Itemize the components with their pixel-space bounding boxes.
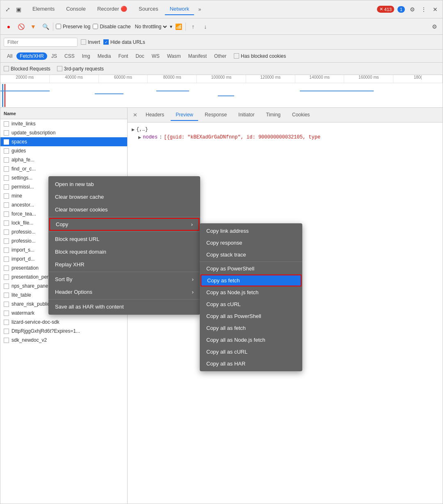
ctx-copy[interactable]: Copy › <box>49 218 199 231</box>
submenu-copy-link[interactable]: Copy link address <box>200 225 302 237</box>
type-btn-all[interactable]: All <box>4 52 16 60</box>
item-checkbox[interactable] <box>4 202 9 208</box>
detail-close-button[interactable]: ✕ <box>131 111 139 119</box>
ctx-block-domain[interactable]: Block request domain <box>48 245 200 258</box>
ctx-header-options[interactable]: Header Options › <box>48 286 200 298</box>
throttle-select[interactable]: No throttling <box>133 23 168 30</box>
network-item-invite-links[interactable]: invite_links <box>0 119 127 128</box>
tab-recorder[interactable]: Recorder 🔴 <box>92 3 132 15</box>
timeline-area[interactable] <box>0 83 443 108</box>
preserve-log-label[interactable]: Preserve log <box>56 24 90 30</box>
search-button[interactable]: 🔍 <box>41 22 50 32</box>
more-menu-icon[interactable]: ⋮ <box>420 5 428 14</box>
item-checkbox[interactable] <box>4 139 9 145</box>
item-checkbox[interactable] <box>4 175 9 181</box>
item-checkbox[interactable] <box>4 311 9 316</box>
blocked-requests-checkbox[interactable] <box>4 66 9 71</box>
preserve-log-checkbox[interactable] <box>56 24 61 29</box>
close-icon[interactable]: ✕ <box>431 5 439 14</box>
submenu-copy-response[interactable]: Copy response <box>200 237 302 249</box>
item-checkbox[interactable] <box>4 302 9 307</box>
third-party-label[interactable]: 3rd-party requests <box>57 66 104 72</box>
submenu-copy-nodejs-fetch[interactable]: Copy as Node.js fetch <box>200 286 302 298</box>
disable-cache-label[interactable]: Disable cache <box>93 24 130 30</box>
network-item-update-subscription[interactable]: update_subscription <box>0 128 127 137</box>
device-icon[interactable]: ▣ <box>14 5 23 14</box>
invert-checkbox[interactable] <box>81 39 86 45</box>
disable-cache-checkbox[interactable] <box>93 24 98 29</box>
submenu-copy-curl[interactable]: Copy as cURL <box>200 298 302 310</box>
upload-button[interactable]: ↑ <box>188 22 198 32</box>
network-item-find-or[interactable]: find_or_c... <box>0 164 127 173</box>
tab-console[interactable]: Console <box>61 3 91 15</box>
download-button[interactable]: ↓ <box>201 22 210 32</box>
json-expand-nodes[interactable]: ▶ <box>138 134 141 141</box>
item-checkbox[interactable] <box>4 148 9 154</box>
invert-label[interactable]: Invert <box>81 39 100 45</box>
json-expand-root[interactable]: ▶ <box>132 127 135 133</box>
ctx-save-har[interactable]: Save all as HAR with content <box>48 300 200 313</box>
tab-timing[interactable]: Timing <box>261 109 285 121</box>
submenu-copy-all-powershell[interactable]: Copy all as PowerShell <box>200 310 302 322</box>
settings-button[interactable]: ⚙ <box>429 22 439 32</box>
type-btn-media[interactable]: Media <box>94 52 114 60</box>
third-party-checkbox[interactable] <box>57 66 62 71</box>
type-btn-js[interactable]: JS <box>48 52 60 60</box>
hide-data-urls-label[interactable]: ✓ Hide data URLs <box>103 39 145 45</box>
filter-button[interactable]: ▼ <box>28 22 38 32</box>
submenu-copy-all-fetch[interactable]: Copy all as fetch <box>200 322 302 334</box>
item-checkbox[interactable] <box>4 211 9 217</box>
item-checkbox[interactable] <box>4 320 9 325</box>
item-checkbox[interactable] <box>4 166 9 172</box>
item-checkbox[interactable] <box>4 238 9 244</box>
ctx-open-new-tab[interactable]: Open in new tab <box>48 178 200 191</box>
tab-headers[interactable]: Headers <box>141 109 169 121</box>
type-btn-css[interactable]: CSS <box>61 52 78 60</box>
item-checkbox[interactable] <box>4 329 9 334</box>
tab-sources[interactable]: Sources <box>134 3 163 15</box>
item-checkbox[interactable] <box>4 121 9 127</box>
item-checkbox[interactable] <box>4 157 9 163</box>
item-checkbox[interactable] <box>4 220 9 226</box>
item-checkbox[interactable] <box>4 266 9 271</box>
type-btn-wasm[interactable]: Wasm <box>164 52 184 60</box>
type-btn-font[interactable]: Font <box>115 52 131 60</box>
network-item-dttp[interactable]: DttpRjggGxhjRd6t?Expires=1... <box>0 327 127 336</box>
record-button[interactable]: ● <box>4 22 14 32</box>
ctx-clear-cache[interactable]: Clear browser cache <box>48 191 200 203</box>
tab-elements[interactable]: Elements <box>27 3 59 15</box>
submenu-copy-stack[interactable]: Copy stack trace <box>200 249 302 261</box>
submenu-copy-all-har[interactable]: Copy all as HAR <box>200 358 302 370</box>
submenu-copy-powershell[interactable]: Copy as PowerShell <box>200 263 302 275</box>
stop-button[interactable]: 🚫 <box>16 22 26 32</box>
ctx-block-url[interactable]: Block request URL <box>48 233 200 245</box>
item-checkbox[interactable] <box>4 257 9 262</box>
item-checkbox[interactable] <box>4 130 9 136</box>
item-checkbox[interactable] <box>4 184 9 190</box>
filter-input[interactable] <box>4 38 78 47</box>
gear-icon[interactable]: ⚙ <box>408 5 416 14</box>
submenu-copy-fetch[interactable]: Copy as fetch <box>201 275 301 286</box>
tab-cookies[interactable]: Cookies <box>287 109 315 121</box>
type-btn-fetchxhr[interactable]: Fetch/XHR <box>16 52 47 60</box>
ctx-clear-cookies[interactable]: Clear browser cookies <box>48 203 200 216</box>
has-blocked-cookies-checkbox[interactable] <box>234 53 239 59</box>
item-checkbox[interactable] <box>4 338 9 343</box>
item-checkbox[interactable] <box>4 229 9 235</box>
item-checkbox[interactable] <box>4 193 9 199</box>
type-btn-doc[interactable]: Doc <box>132 52 147 60</box>
type-btn-other[interactable]: Other <box>211 52 230 60</box>
has-blocked-cookies-label[interactable]: Has blocked cookies <box>234 53 286 59</box>
network-item-guides[interactable]: guides <box>0 146 127 155</box>
type-btn-manifest[interactable]: Manifest <box>185 52 210 60</box>
item-checkbox[interactable] <box>4 284 9 289</box>
ctx-replay-xhr[interactable]: Replay XHR <box>48 258 200 271</box>
item-checkbox[interactable] <box>4 293 9 298</box>
wifi-icon[interactable]: 📶 <box>175 23 183 31</box>
hide-data-urls-checkbox[interactable]: ✓ <box>103 39 109 45</box>
tab-response[interactable]: Response <box>200 109 232 121</box>
submenu-copy-all-curl[interactable]: Copy all as cURL <box>200 346 302 358</box>
network-item-spaces[interactable]: spaces <box>0 137 127 146</box>
tab-preview[interactable]: Preview <box>171 109 198 121</box>
ctx-sort-by[interactable]: Sort By › <box>48 273 200 286</box>
